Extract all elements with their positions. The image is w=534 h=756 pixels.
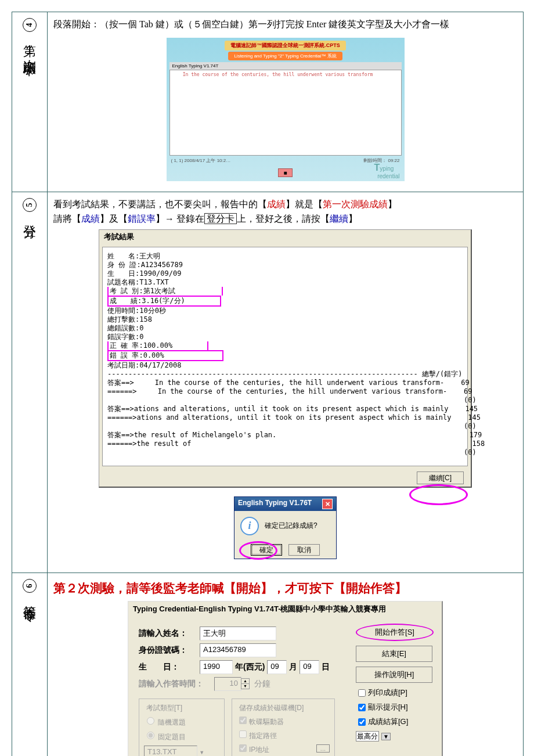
fixed-radio	[147, 732, 154, 739]
result-err-2: (0)	[107, 422, 463, 431]
dropdown-icon[interactable]: ▼	[381, 733, 391, 740]
result-date: 考試日期:04/17/2008	[107, 361, 463, 370]
random-label: 隨機選題	[158, 718, 186, 726]
typing-status-left: ( 1, 1) 2008/4/17 上午 10:2…	[171, 157, 231, 164]
step5-line1: 看到考試結果，不要講話，也不要尖叫，報告中的【成績】就是【第一次測驗成績】	[53, 197, 517, 212]
typing-stop-button[interactable]: ■	[278, 168, 292, 177]
fixed-label: 固定題目	[158, 733, 186, 741]
save-disk-label: 儲存成績於磁碟機[D]	[237, 703, 306, 713]
step-title-4: 第１次測驗中	[21, 35, 38, 55]
floppy-checkbox	[239, 717, 247, 724]
typing-header-1: 電腦速記師™國際認證全球統一測評系統.CPTS	[225, 41, 346, 51]
minute-text: 分鐘	[254, 679, 270, 689]
result-name: 姓 名:王大明	[107, 252, 463, 261]
result-errors: 總錯誤數:0	[107, 324, 463, 333]
calc-label: 成績結算[G]	[368, 717, 408, 727]
day-text: 日	[322, 662, 330, 672]
id-label: 身份證號碼：	[139, 645, 200, 656]
result-id: 身 份 證:A123456789	[107, 261, 463, 269]
time-spinner[interactable]: ▲▼	[241, 678, 250, 689]
result-ans-2: 答案==>ations and alterations, until it to…	[107, 405, 463, 413]
result-err-1: (0)	[107, 396, 463, 405]
result-time: 使用時間:10分0秒	[107, 307, 463, 315]
close-icon[interactable]: ✕	[322, 499, 333, 509]
result-correct: 正 確 率:100.00%	[107, 341, 463, 350]
continue-button[interactable]: 繼續[C]	[417, 471, 464, 484]
highlight-oval-continue	[409, 484, 468, 505]
start-button[interactable]: 開始作答[S]	[356, 624, 434, 641]
typing-header-2: Listening and Typing "2" Typing Credenti…	[228, 52, 342, 60]
time-label: 請輸入作答時間：	[139, 679, 214, 689]
year-text: 年(西元)	[235, 662, 265, 672]
result-hits: 總打擊數:158	[107, 315, 463, 324]
info-icon: i	[240, 517, 259, 535]
end-button[interactable]: 結束[E]	[356, 646, 432, 662]
confirm-dialog: English Typing V1.76T ✕ i 確定已記錄成績? 確定 取消	[234, 496, 337, 559]
name-label: 請輸入姓名：	[139, 628, 200, 639]
day-input[interactable]: 09	[300, 660, 319, 674]
print-checkbox[interactable]	[358, 689, 366, 697]
hint-checkbox[interactable]	[358, 704, 366, 711]
month-input[interactable]: 09	[267, 660, 287, 674]
result-err-3: (0)	[107, 448, 463, 457]
random-radio	[147, 717, 154, 725]
ip-label: IP地址	[249, 746, 269, 754]
result-inp-2: ======>ations and alterations, until it …	[107, 413, 463, 422]
ip-browse-button[interactable]: ...	[316, 744, 330, 753]
ip-checkbox	[239, 744, 247, 752]
result-score: 成 績:3.16(字/分)	[107, 296, 463, 307]
result-ans-3: 答案==>the result of Michelangelo's plan. …	[107, 431, 463, 440]
typing-window: 電腦速記師™國際認證全球統一測評系統.CPTS Listening and Ty…	[167, 38, 405, 181]
main-window: Typing Credential-English Typing V1.74T-…	[128, 601, 443, 756]
typing-version-bar: English Typing V1.74T	[169, 62, 402, 70]
cancel-button[interactable]: 取消	[288, 544, 320, 556]
month-text: 月	[289, 662, 297, 672]
time-input: 10	[214, 677, 241, 691]
step-number-5: 5	[23, 198, 37, 212]
step4-instruction: 段落開始：（按一個 Tab 鍵）或（５個空白鍵）第一列打完按 Enter 鍵後英…	[53, 17, 517, 32]
step-number-6: 6	[23, 579, 37, 593]
exam-type-label: 考試類型[T]	[144, 703, 185, 713]
step-title-6: 等候命令	[21, 596, 38, 600]
result-errchars: 錯誤字數:0	[107, 333, 463, 341]
result-window: 考試結果 姓 名:王大明 身 份 證:A123456789 生 日:1990/0…	[99, 229, 472, 488]
print-label: 列印成績[P]	[368, 687, 407, 698]
hint-label: 顯示提示[H]	[368, 702, 408, 712]
dialog-message: 確定已記錄成績?	[265, 521, 317, 531]
result-title: 考試結果	[99, 230, 471, 244]
result-inp-1: ======> In the course of the centuries, …	[107, 387, 463, 396]
bday-label: 生 日：	[139, 662, 200, 672]
result-inp-3: ======>the result of 158	[107, 440, 463, 448]
result-bday: 生 日:1990/09/09	[107, 269, 463, 278]
step-number-4: 4	[23, 18, 37, 32]
calc-checkbox[interactable]	[358, 718, 366, 726]
step6-heading: 第２次測驗，請等後監考老師喊【開始】，才可按下【開始作答】	[53, 580, 517, 596]
typing-logo: Typing redential	[374, 163, 400, 179]
name-input[interactable]: 王大明	[200, 627, 276, 640]
ok-button[interactable]: 確定	[251, 544, 282, 556]
dialog-title: English Typing V1.76T	[238, 499, 312, 509]
file-input: T13.TXT	[144, 746, 197, 756]
floppy-label: 軟碟驅動器	[249, 718, 284, 726]
result-file: 試題名稱:T13.TXT	[107, 278, 463, 287]
path-label: 指定路徑	[249, 732, 277, 740]
path-checkbox	[239, 730, 247, 738]
id-input[interactable]: A123456789	[200, 643, 276, 657]
year-input[interactable]: 1990	[200, 660, 233, 674]
result-errrate: 錯 誤 率:0.00%	[107, 350, 463, 361]
result-divider: ----------------------------------------…	[107, 370, 463, 379]
result-type: 考 試 別:第1次考試	[107, 287, 463, 296]
typing-textarea[interactable]: In the course of the centuries, the hill…	[169, 70, 402, 156]
result-ans-1: 答案==> In the course of the centuries, th…	[107, 379, 463, 387]
help-button[interactable]: 操作說明[H]	[356, 667, 432, 683]
main-window-title: Typing Credential-English Typing V1.74T-…	[128, 602, 442, 617]
step-title-5: 登分	[21, 215, 38, 217]
score-select[interactable]: 最高分	[356, 731, 379, 741]
step5-line2: 請將【成績】及【錯誤率】→ 登錄在登分卡上，登好之後，請按【繼續】	[53, 211, 517, 226]
